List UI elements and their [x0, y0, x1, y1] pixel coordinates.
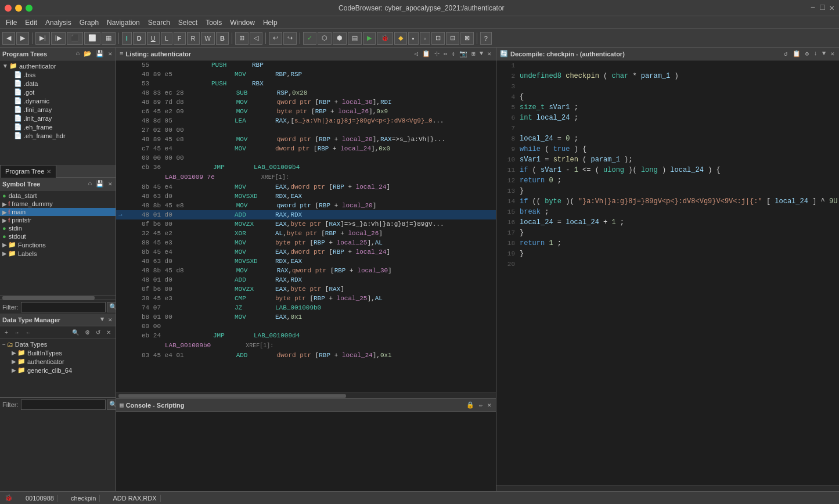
decompile-content[interactable]: 1 2 undefined8 checkpin ( char * param_1… [496, 60, 839, 485]
dtm-settings-btn[interactable]: ⚙ [82, 328, 92, 337]
asm-row[interactable]: eb 36 JMP LAB_001009b4 [116, 163, 496, 172]
program-tree-tab-close[interactable]: ✕ [46, 168, 51, 175]
symbol-functions[interactable]: ▶ 📁 Functions [0, 240, 116, 249]
asm-row[interactable]: c6 45 e2 09 MOV byte ptr [RBP + local_26… [116, 107, 496, 116]
menu-help[interactable]: Help [260, 17, 281, 28]
tree-item-bss[interactable]: 📄 .bss [0, 70, 116, 79]
symbol-stdin[interactable]: ● stdin [0, 224, 116, 232]
toolbar-btn-3[interactable]: ⬛ [67, 32, 83, 45]
maximize-icon[interactable]: □ [820, 3, 824, 13]
menu-edit[interactable]: Edit [21, 17, 41, 28]
pt-close-icon[interactable]: ✕ [107, 49, 113, 58]
dtm-item-collapse[interactable]: − 🗂 Data Types [0, 340, 116, 348]
asm-row[interactable]: 48 89 e5 MOV RBP,RSP [116, 70, 496, 79]
menu-file[interactable]: File [2, 17, 20, 28]
menu-select[interactable]: Select [175, 17, 201, 28]
toolbar-btn-snap[interactable]: ⊞ [235, 32, 249, 45]
listing-layout-icon[interactable]: ⊞ [470, 49, 477, 58]
symbol-frame-dummy[interactable]: ▶ f frame_dummy [0, 200, 116, 208]
dtm-filter-search-btn[interactable]: 🔍 [107, 399, 117, 410]
pt-save-icon[interactable]: 💾 [95, 49, 105, 58]
asm-row[interactable]: 38 45 e3 CMP byte ptr [RBP + local_25],A… [116, 294, 496, 303]
toolbar-btn-t4[interactable]: ⊟ [446, 32, 459, 45]
asm-row[interactable]: 48 63 d0 MOVSXD RDX,EAX [116, 257, 496, 266]
decompile-export-icon[interactable]: ↓ [812, 49, 819, 58]
tree-item-init-array[interactable]: 📄 .init_array [0, 114, 116, 123]
dtm-builtin[interactable]: ▶ 📁 BuiltInTypes [0, 348, 116, 357]
dtm-left-btn[interactable]: ← [23, 328, 34, 337]
asm-row[interactable]: 48 01 d0 ADD RAX,RDX [116, 275, 496, 285]
toolbar-btn-patch[interactable]: ⬡ [318, 32, 332, 45]
close-icon[interactable]: ✕ [830, 3, 834, 13]
program-tree-tab[interactable]: Program Tree ✕ [0, 165, 56, 178]
toolbar-btn-2[interactable]: |▶ [51, 32, 66, 45]
menu-navigation[interactable]: Navigation [103, 17, 143, 28]
asm-row[interactable]: 0f b6 00 MOVZX EAX,byte ptr [RAX] [116, 285, 496, 294]
toolbar-btn-t3[interactable]: ⊡ [431, 32, 445, 45]
asm-row[interactable]: 48 89 7d d8 MOV qword ptr [RBP + local_3… [116, 98, 496, 107]
tree-root[interactable]: ▼ 📁 authenticator [0, 62, 116, 70]
menu-graph[interactable]: Graph [76, 17, 102, 28]
toolbar-btn-t2[interactable]: ▫ [420, 32, 430, 45]
window-control-icons[interactable]: − □ ✕ [811, 3, 834, 13]
st-close-icon[interactable]: ✕ [107, 179, 113, 188]
minimize-icon[interactable]: − [811, 3, 815, 13]
dtm-filter-btn[interactable]: 🔍 [70, 328, 81, 337]
dtm-arrow-btn[interactable]: → [12, 328, 22, 337]
asm-row[interactable]: 8b 45 e4 MOV EAX,dword ptr [RBP + local_… [116, 182, 496, 192]
asm-row-selected[interactable]: → 48 01 d0 ADD RAX,RDX [116, 210, 496, 219]
console-edit-icon[interactable]: ✏ [478, 401, 484, 409]
symbol-data-start[interactable]: ● data_start [0, 192, 116, 200]
symbol-labels[interactable]: ▶ 📁 Labels [0, 249, 116, 258]
toolbar-btn-checkmark[interactable]: ✓ [303, 32, 316, 45]
asm-row[interactable]: 48 8b 45 e8 MOV qword ptr [RBP + local_2… [116, 201, 496, 210]
listing-content[interactable]: 55 PUSH RBP 48 89 e5 MOV RBP,RSP 53 PUS [116, 60, 496, 393]
toolbar-btn-export[interactable]: ▤ [348, 32, 362, 45]
listing-prev-icon[interactable]: ◁ [413, 49, 419, 58]
asm-row[interactable]: 32 45 e2 XOR AL,byte ptr [RBP + local_26… [116, 229, 496, 238]
asm-row[interactable]: 00 00 00 00 [116, 153, 496, 163]
asm-row[interactable]: 48 63 d0 MOVSXD RDX,EAX [116, 192, 496, 201]
symbol-scrollbar[interactable] [0, 295, 116, 300]
asm-row[interactable]: 27 02 00 00 [116, 125, 496, 135]
symbol-printstr[interactable]: ▶ f printstr [0, 216, 116, 224]
tree-item-eh-frame[interactable]: 📄 .eh_frame [0, 123, 116, 131]
tree-item-data[interactable]: 📄 .data [0, 79, 116, 88]
tree-item-fini-array[interactable]: 📄 .fini_array [0, 105, 116, 114]
menu-window[interactable]: Window [226, 17, 258, 28]
asm-row[interactable]: 48 83 ec 28 SUB RSP,0x28 [116, 88, 496, 98]
asm-row[interactable]: 00 00 [116, 322, 496, 331]
asm-row[interactable]: 74 07 JZ LAB_001009b0 [116, 303, 496, 312]
dtm-generic-clib[interactable]: ▶ 📁 generic_clib_64 [0, 366, 116, 375]
decompile-refresh-icon[interactable]: ↺ [783, 49, 789, 58]
toolbar-btn-undo[interactable]: ↩ [269, 32, 282, 45]
dtm-close-icon[interactable]: ✕ [107, 315, 113, 324]
toolbar-btn-debug[interactable]: 🐞 [377, 32, 393, 45]
minimize-button[interactable] [15, 5, 22, 12]
pt-home-icon[interactable]: ⌂ [75, 49, 81, 58]
tree-item-eh-frame-hdr[interactable]: 📄 .eh_frame_hdr [0, 131, 116, 140]
console-close-icon[interactable]: ✕ [486, 401, 492, 409]
toolbar-back[interactable]: ◀ [2, 32, 15, 45]
asm-row[interactable]: 48 89 45 e8 MOV qword ptr [RBP + local_2… [116, 135, 496, 144]
decompile-copy-icon[interactable]: 📋 [791, 49, 802, 58]
toolbar-btn-redo[interactable]: ↪ [283, 32, 297, 45]
dtm-new-btn[interactable]: + [2, 328, 10, 337]
menu-analysis[interactable]: Analysis [42, 17, 75, 28]
close-button[interactable] [5, 5, 12, 12]
toolbar-btn-u[interactable]: U [147, 32, 160, 45]
listing-cursor-icon[interactable]: ⊹ [433, 49, 441, 58]
listing-sync1-icon[interactable]: ⇔ [442, 49, 449, 58]
toolbar-btn-diamond[interactable]: ◆ [394, 32, 407, 45]
asm-row[interactable]: b8 01 00 MOV EAX,0x1 [116, 312, 496, 322]
symbol-filter-input[interactable] [21, 302, 106, 312]
asm-row[interactable]: 53 PUSH RBX [116, 79, 496, 88]
toolbar-btn-d[interactable]: D [133, 32, 146, 45]
toolbar-btn-c1[interactable]: ◁ [250, 32, 262, 45]
dtm-delete-btn[interactable]: ✕ [104, 328, 113, 337]
toolbar-btn-b[interactable]: B [216, 32, 229, 45]
toolbar-btn-4[interactable]: ⬜ [84, 32, 100, 45]
toolbar-btn-import[interactable]: ⬢ [333, 32, 347, 45]
toolbar-btn-help[interactable]: ? [480, 32, 492, 45]
toolbar-btn-f[interactable]: F [174, 32, 186, 45]
